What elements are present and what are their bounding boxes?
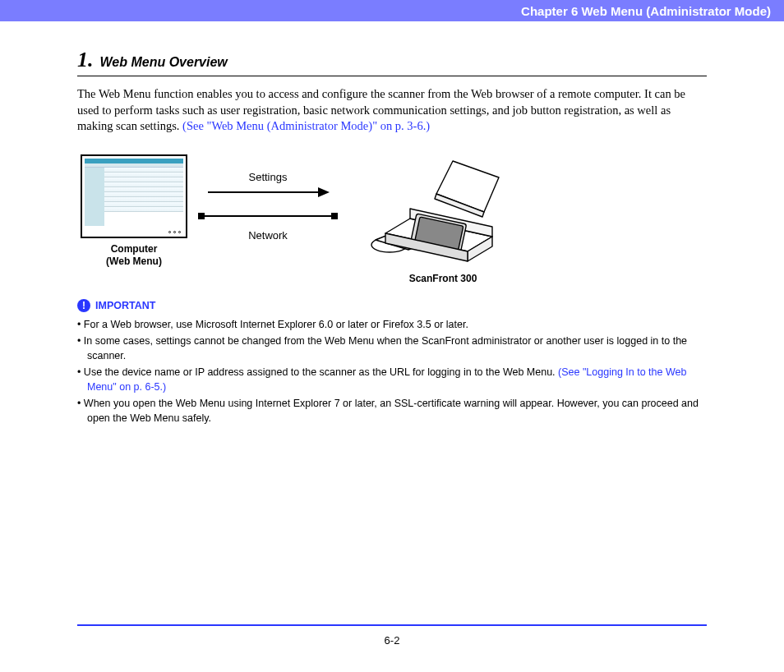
chapter-title: Chapter 6 Web Menu (Administrator Mode) <box>521 4 771 18</box>
list-item: Use the device name or IP address assign… <box>77 365 707 394</box>
intro-paragraph: The Web Menu function enables you to acc… <box>77 86 707 135</box>
list-item: For a Web browser, use Microsoft Interne… <box>77 317 707 332</box>
page-footer: 6-2 <box>77 624 707 647</box>
monitor-frame <box>81 154 187 238</box>
footer-rule <box>77 624 707 626</box>
section-number: 1. <box>77 48 94 72</box>
computer-caption: Computer (Web Menu) <box>106 243 162 268</box>
important-label: IMPORTANT <box>95 300 155 311</box>
scanner-caption: ScanFront 300 <box>409 273 477 284</box>
computer-caption-line2: (Web Menu) <box>106 255 162 267</box>
connection-labels: Settings Network <box>194 154 342 242</box>
section-title: Web Menu Overview <box>100 55 228 70</box>
computer-caption-line1: Computer <box>111 243 158 255</box>
intro-crossref-link[interactable]: (See "Web Menu (Administrator Mode)" on … <box>182 119 430 132</box>
section-heading: 1. Web Menu Overview <box>77 48 707 76</box>
settings-arrow <box>194 186 342 198</box>
important-heading: ! IMPORTANT <box>77 299 707 312</box>
network-line <box>194 211 342 221</box>
svg-rect-2 <box>198 213 205 219</box>
scanner-illustration: ScanFront 300 <box>365 154 521 284</box>
monitor-buttons <box>82 228 186 237</box>
important-icon: ! <box>77 299 90 312</box>
overview-diagram: Computer (Web Menu) Settings Network <box>77 154 707 284</box>
network-label: Network <box>248 229 288 242</box>
computer-illustration: Computer (Web Menu) <box>81 154 187 268</box>
chapter-header: Chapter 6 Web Menu (Administrator Mode) <box>0 0 784 21</box>
settings-label: Settings <box>249 171 288 183</box>
important-list: For a Web browser, use Microsoft Interne… <box>77 317 707 426</box>
page-content: 1. Web Menu Overview The Web Menu functi… <box>0 21 784 426</box>
monitor-screen <box>85 159 183 226</box>
svg-marker-1 <box>318 187 330 197</box>
page-number: 6-2 <box>385 634 400 647</box>
svg-rect-4 <box>331 213 338 219</box>
list-item: In some cases, settings cannot be change… <box>77 334 707 363</box>
list-item: When you open the Web Menu using Interne… <box>77 396 707 426</box>
